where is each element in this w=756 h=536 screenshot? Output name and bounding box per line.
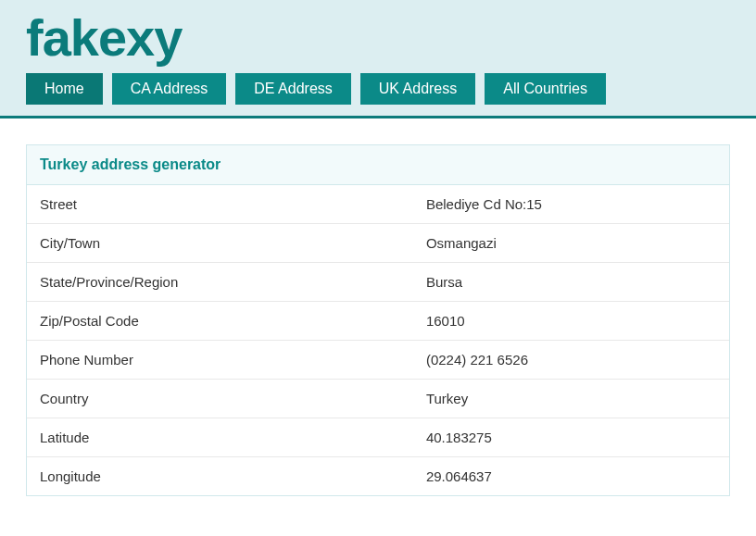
table-row: Longitude29.064637 <box>27 457 729 496</box>
row-label: Country <box>27 380 413 418</box>
table-row: Zip/Postal Code16010 <box>27 302 729 341</box>
header-bar: fakexy HomeCA AddressDE AddressUK Addres… <box>0 0 756 118</box>
row-value: Osmangazi <box>413 224 729 263</box>
row-label: Zip/Postal Code <box>27 302 413 341</box>
table-row: City/TownOsmangazi <box>27 224 729 263</box>
main-nav: HomeCA AddressDE AddressUK AddressAll Co… <box>26 73 730 105</box>
address-panel: Turkey address generator StreetBelediye … <box>26 144 730 496</box>
table-row: CountryTurkey <box>27 380 729 418</box>
row-value: 29.064637 <box>413 457 729 496</box>
nav-item-all-countries[interactable]: All Countries <box>485 73 606 105</box>
site-logo[interactable]: fakexy <box>26 0 730 73</box>
table-row: Latitude40.183275 <box>27 418 729 457</box>
table-row: StreetBelediye Cd No:15 <box>27 185 729 224</box>
row-value: (0224) 221 6526 <box>413 341 729 380</box>
content-area: Turkey address generator StreetBelediye … <box>0 118 756 522</box>
row-label: Latitude <box>27 418 413 457</box>
row-value: 40.183275 <box>413 418 729 457</box>
table-row: State/Province/RegionBursa <box>27 263 729 302</box>
row-label: Phone Number <box>27 341 413 380</box>
row-label: State/Province/Region <box>27 263 413 302</box>
address-table-body: StreetBelediye Cd No:15City/TownOsmangaz… <box>27 185 729 495</box>
row-value: Bursa <box>413 263 729 302</box>
nav-item-de-address[interactable]: DE Address <box>235 73 350 105</box>
row-value: 16010 <box>413 302 729 341</box>
panel-title: Turkey address generator <box>27 145 729 185</box>
nav-item-uk-address[interactable]: UK Address <box>360 73 475 105</box>
row-label: City/Town <box>27 224 413 263</box>
nav-item-home[interactable]: Home <box>26 73 103 105</box>
nav-item-ca-address[interactable]: CA Address <box>112 73 227 105</box>
row-label: Street <box>27 185 413 224</box>
row-value: Turkey <box>413 380 729 418</box>
address-table: StreetBelediye Cd No:15City/TownOsmangaz… <box>27 185 729 495</box>
row-label: Longitude <box>27 457 413 496</box>
table-row: Phone Number(0224) 221 6526 <box>27 341 729 380</box>
row-value: Belediye Cd No:15 <box>413 185 729 224</box>
